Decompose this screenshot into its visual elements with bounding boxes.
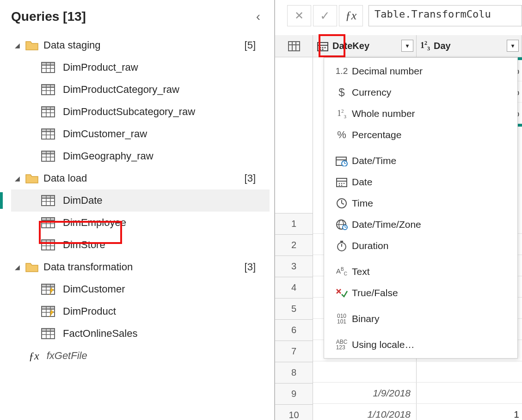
type-option-currency[interactable]: $Currency bbox=[324, 82, 517, 103]
table-icon bbox=[41, 194, 56, 207]
table-icon bbox=[41, 327, 56, 340]
query-item-dimproductcategory_raw[interactable]: DimProductCategory_raw bbox=[11, 79, 270, 101]
stopwatch-icon bbox=[332, 240, 352, 252]
type-option-label: Date/Time/Zone bbox=[352, 219, 421, 230]
svg-rect-16 bbox=[42, 129, 55, 132]
folder-count: [3] bbox=[245, 172, 270, 184]
type-option-decimal-number[interactable]: 1.2Decimal number bbox=[324, 61, 517, 82]
type-option-date-time-zone[interactable]: Date/Time/Zone bbox=[324, 214, 517, 235]
$-icon: $ bbox=[332, 86, 352, 99]
type-option-percentage[interactable]: %Percentage bbox=[324, 124, 517, 146]
table-icon bbox=[41, 216, 56, 229]
column-filter-dropdown[interactable]: ▾ bbox=[507, 40, 519, 52]
1.2-icon: 1.2 bbox=[332, 66, 352, 76]
table-icon bbox=[41, 105, 56, 118]
query-item-dimproduct[interactable]: DimProduct bbox=[11, 300, 270, 323]
function-item-fxgetfile[interactable]: ƒxfxGetFile bbox=[11, 345, 270, 367]
caret-down-icon: ◢ bbox=[15, 263, 23, 271]
svg-rect-1 bbox=[42, 62, 55, 65]
type-option-binary[interactable]: 010101Binary bbox=[324, 308, 517, 329]
type-option-label: Currency bbox=[352, 87, 391, 98]
type-option-label: Binary bbox=[352, 313, 380, 324]
cell-day bbox=[417, 383, 522, 403]
query-item-dimproductsubcategory_raw[interactable]: DimProductSubcategory_raw bbox=[11, 101, 270, 123]
query-item-dimdate[interactable]: DimDate bbox=[11, 189, 270, 212]
folder-data-staging[interactable]: ◢Data staging[5] bbox=[11, 34, 270, 56]
type-option-date-time[interactable]: Date/Time bbox=[324, 150, 517, 171]
row-number[interactable]: 2 bbox=[275, 235, 313, 256]
folder-data-transformation[interactable]: ◢Data transformation[3] bbox=[11, 256, 270, 278]
table-icon bbox=[41, 83, 56, 96]
type-option-label: Date/Time bbox=[352, 155, 396, 166]
type-option-label: Time bbox=[352, 198, 373, 209]
query-item-dimemployee[interactable]: DimEmployee bbox=[11, 212, 270, 234]
type-option-label: Text bbox=[352, 266, 370, 277]
svg-rect-31 bbox=[42, 218, 55, 220]
table-row[interactable]: 1/10/20181 bbox=[313, 404, 522, 420]
queries-title: Queries [13] bbox=[11, 9, 86, 24]
folder-label: Data staging bbox=[43, 39, 245, 51]
cancel-formula-button[interactable]: ✕ bbox=[287, 5, 311, 26]
column-filter-dropdown[interactable]: ▾ bbox=[401, 40, 413, 52]
globe-icon bbox=[332, 219, 352, 231]
binary-icon: 010101 bbox=[332, 313, 352, 324]
type-option-date[interactable]: Date bbox=[324, 171, 517, 193]
table-icon bbox=[41, 128, 56, 140]
row-number[interactable]: 8 bbox=[275, 362, 313, 383]
row-number[interactable]: 5 bbox=[275, 298, 313, 320]
commit-formula-button[interactable]: ✓ bbox=[313, 5, 337, 26]
datetime-icon bbox=[332, 155, 352, 166]
caret-down-icon: ◢ bbox=[15, 42, 23, 49]
svg-rect-6 bbox=[42, 85, 55, 87]
query-item-dimstore[interactable]: DimStore bbox=[11, 234, 270, 256]
column-label: Day bbox=[434, 41, 451, 51]
svg-point-73 bbox=[339, 183, 340, 184]
type-option-time[interactable]: Time bbox=[324, 193, 517, 214]
column-label: DateKey bbox=[332, 41, 369, 51]
type-option-whole-number[interactable]: 123Whole number bbox=[324, 103, 517, 124]
svg-point-74 bbox=[341, 183, 343, 184]
svg-point-76 bbox=[339, 185, 340, 186]
row-number[interactable]: 7 bbox=[275, 341, 313, 362]
collapse-sidebar-button[interactable]: ‹ bbox=[256, 9, 260, 24]
ABC-icon: ABC bbox=[332, 267, 352, 276]
svg-point-63 bbox=[325, 47, 326, 48]
fx-icon: ƒx bbox=[29, 350, 39, 362]
type-option-duration[interactable]: Duration bbox=[324, 235, 517, 256]
fx-button[interactable]: ƒx bbox=[339, 5, 363, 26]
query-item-dimgeography_raw[interactable]: DimGeography_raw bbox=[11, 145, 270, 167]
123-sub-icon: 123 bbox=[332, 108, 352, 119]
calendar-icon bbox=[332, 177, 352, 188]
type-option-label: Percentage bbox=[352, 129, 401, 140]
svg-point-61 bbox=[320, 47, 321, 48]
query-item-dimcustomer_raw[interactable]: DimCustomer_raw bbox=[11, 123, 270, 145]
type-option-label: Date bbox=[352, 177, 372, 188]
table-row[interactable] bbox=[313, 361, 522, 383]
row-number[interactable]: 9 bbox=[275, 383, 313, 405]
query-item-dimcustomer[interactable]: DimCustomer bbox=[11, 278, 270, 300]
row-number[interactable]: 3 bbox=[275, 256, 313, 277]
folder-icon bbox=[25, 262, 39, 273]
type-option-using-locale[interactable]: ABC123Using locale… bbox=[324, 334, 517, 355]
table-lightning-icon bbox=[41, 305, 56, 318]
row-number[interactable]: 6 bbox=[275, 320, 313, 341]
row-number[interactable]: 4 bbox=[275, 277, 313, 298]
formula-bar: ✕ ✓ ƒx Table.TransformColu bbox=[275, 3, 522, 29]
query-label: DimProductSubcategory_raw bbox=[63, 106, 195, 118]
row-number[interactable]: 1 bbox=[275, 213, 313, 235]
type-option-text[interactable]: ABCText bbox=[324, 261, 517, 282]
query-item-factonlinesales[interactable]: FactOnlineSales bbox=[11, 323, 270, 345]
folder-data-load[interactable]: ◢Data load[3] bbox=[11, 167, 270, 189]
select-all-corner[interactable] bbox=[275, 35, 313, 57]
column-header-datekey[interactable]: DateKey ▾ bbox=[313, 35, 417, 57]
formula-input[interactable]: Table.TransformColu bbox=[368, 5, 522, 26]
type-option-label: Duration bbox=[352, 240, 388, 251]
column-header-day[interactable]: 123 Day ▾ bbox=[417, 35, 522, 57]
row-number[interactable]: 10 bbox=[275, 405, 313, 420]
table-row[interactable]: 1/9/2018 bbox=[313, 383, 522, 404]
type-option-true-false[interactable]: True/False bbox=[324, 282, 517, 304]
svg-rect-26 bbox=[42, 195, 55, 198]
query-item-dimproduct_raw[interactable]: DimProduct_raw bbox=[11, 56, 270, 79]
calendar-type-icon[interactable] bbox=[317, 41, 329, 52]
folder-icon bbox=[25, 40, 39, 51]
